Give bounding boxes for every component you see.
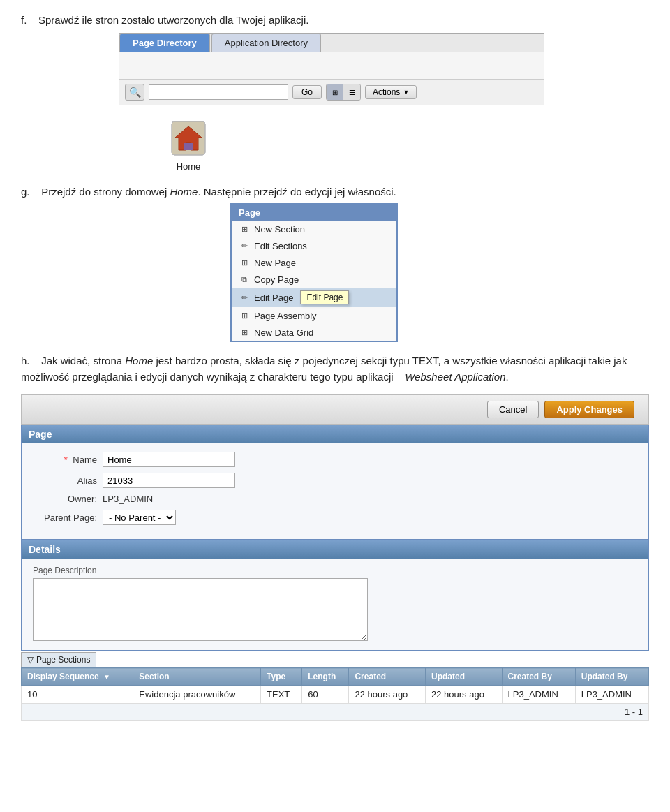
g-letter: g. [21,186,30,198]
edit-sections-label: Edit Sections [254,241,307,251]
alias-input[interactable] [103,473,235,488]
alias-label: Alias [77,475,97,486]
cancel-label: Cancel [499,404,527,415]
go-button[interactable]: Go [292,85,322,99]
sort-icon: ▼ [103,673,110,681]
new-page-icon: ⊞ [239,257,250,268]
tab-page-directory[interactable]: Page Directory [119,34,210,52]
view-toggle: ⊞ ☰ [326,84,361,101]
pagination-row: 1 - 1 [21,704,649,721]
section-f: f. Sprawdź ile stron zostało utworzonych… [21,14,649,105]
col-display-sequence[interactable]: Display Sequence ▼ [22,668,133,686]
g-text-after: . Następnie przejdź do edycji jej własno… [198,186,396,198]
tab-app-dir-label: Application Directory [225,38,308,48]
section-h: h. Jak widać, strona Home jest bardzo pr… [21,353,649,721]
required-star: * [64,455,68,465]
name-input[interactable] [103,452,235,467]
row-updated-by: LP3_ADMIN [581,689,632,700]
cell-length: 60 [302,686,349,704]
tab-application-directory[interactable]: Application Directory [211,34,321,52]
edit-page-label: Edit Page [254,293,293,303]
col-created-label: Created [355,672,386,681]
h-text1: Jak widać, strona [41,355,125,367]
row-seq: 10 [27,689,37,700]
actions-button[interactable]: Actions ▼ [365,85,417,99]
owner-label: Owner: [68,494,97,504]
owner-value: LP3_ADMIN [103,494,153,504]
menu-item-copy-page[interactable]: ⧉ Copy Page [232,271,396,288]
grid-icon: ⊞ [332,89,338,96]
menu-item-edit-sections[interactable]: ✏ Edit Sections [232,237,396,254]
go-label: Go [302,87,313,97]
copy-page-icon: ⧉ [239,274,250,285]
new-data-grid-label: New Data Grid [254,327,313,338]
cell-type: TEXT [261,686,302,704]
section-h-text: h. Jak widać, strona Home jest bardzo pr… [21,353,649,385]
h-letter: h. [21,355,30,367]
h-app-italic: Websheet Application [405,371,505,383]
g-text-before: Przejdź do strony domowej [41,186,170,198]
directory-widget: Page Directory Application Directory 🔍 G… [119,33,544,105]
home-icon-svg[interactable] [168,118,209,158]
cell-updated-by: LP3_ADMIN [575,686,648,704]
new-section-label: New Section [254,224,305,235]
list-icon: ☰ [349,89,355,96]
cancel-button[interactable]: Cancel [487,401,539,418]
search-icon-btn[interactable]: 🔍 [125,84,144,101]
col-created: Created [349,668,426,686]
section-f-text: Sprawdź ile stron zostało utworzonych dl… [38,14,308,26]
menu-item-new-data-grid[interactable]: ⊞ New Data Grid [232,324,396,341]
edit-sections-icon: ✏ [239,240,250,251]
col-updated-label: Updated [431,672,465,681]
h-home-italic: Home [125,355,153,367]
parent-page-select[interactable]: - No Parent - [103,510,176,525]
section-g-text: g. Przejdź do strony domowej Home. Nastę… [21,186,649,198]
pagination-text: 1 - 1 [625,707,643,717]
row-section: Ewidencja pracowników [139,689,235,700]
section-f-label: f. Sprawdź ile stron zostało utworzonych… [21,14,649,26]
new-page-label: New Page [254,258,296,268]
col-length: Length [302,668,349,686]
page-panel-header: Page [22,425,648,443]
col-type-label: Type [267,672,285,681]
parent-row: Parent Page: - No Parent - [33,510,637,525]
page-menu-header: Page [232,205,396,221]
cell-seq: 10 [22,686,133,704]
name-row: * Name [33,452,637,467]
row-type: TEXT [267,689,290,700]
menu-item-page-assembly[interactable]: ⊞ Page Assembly [232,307,396,324]
col-updated: Updated [425,668,502,686]
search-input[interactable] [149,84,288,100]
page-sections-toggle[interactable]: ▽ Page Sections [21,652,96,667]
tab-page-dir-label: Page Directory [133,38,197,48]
row-length: 60 [308,689,318,700]
copy-page-label: Copy Page [254,274,299,285]
col-updated-by: Updated By [575,668,648,686]
details-panel-body: Page Description [22,559,648,650]
col-updated-by-label: Updated By [581,672,628,681]
col-section: Section [133,668,261,686]
edit-page-icon: ✏ [239,292,250,303]
menu-item-new-page[interactable]: ⊞ New Page [232,254,396,271]
home-icon-area: Home [161,118,216,172]
apply-changes-button[interactable]: Apply Changes [544,401,634,418]
edit-page-tooltip: Edit Page [300,290,349,304]
page-description-textarea[interactable] [33,578,368,641]
grid-view-btn[interactable]: ⊞ [327,84,343,100]
home-label: Home [177,161,201,172]
new-data-grid-icon: ⊞ [239,327,250,338]
row-created: 22 hours ago [355,689,408,700]
list-view-btn[interactable]: ☰ [343,84,360,100]
cell-created: 22 hours ago [349,686,426,704]
apply-label: Apply Changes [556,404,623,415]
parent-label: Parent Page: [44,512,97,523]
details-panel: Details Page Description [21,540,649,651]
tab-bar: Page Directory Application Directory [119,34,544,52]
menu-item-new-section[interactable]: ⊞ New Section [232,221,396,237]
page-panel-body: * Name Alias Owner: LP3_ADMIN Parent P [22,443,648,539]
menu-item-edit-page[interactable]: ✏ Edit Page Edit Page [232,288,396,307]
cell-created-by: LP3_ADMIN [502,686,575,704]
col-created-by: Created By [502,668,575,686]
alias-row: Alias [33,473,637,488]
row-updated: 22 hours ago [431,689,484,700]
